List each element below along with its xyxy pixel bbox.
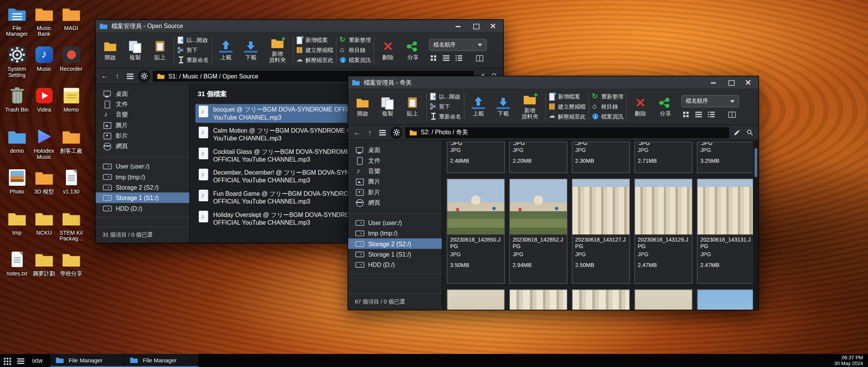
title-bar[interactable]: 檔案管理員 - 奇美 (348, 76, 758, 88)
file-card[interactable]: 20230618_142850.JPG JPG 3.50MB (447, 178, 505, 284)
desktop-icon[interactable]: STEM Kit Packag... (58, 209, 85, 250)
detail-view-icon[interactable] (708, 111, 716, 118)
file-card[interactable]: 20230618_143131.JPG JPG 2.47MB (697, 178, 753, 284)
clock[interactable]: 06:37 PM 30 May 2024 (834, 355, 868, 366)
path-field[interactable]: S2: / Photo / 奇美 (405, 127, 729, 138)
sidebar-place-item[interactable]: 音樂 (348, 166, 442, 176)
share-button[interactable]: 分享 (402, 40, 424, 60)
open-with-button[interactable]: 以...開啟 (177, 36, 209, 44)
sidebar-drive-item[interactable]: HDD (D:/) (96, 203, 189, 214)
cut-button[interactable]: 剪下 (177, 46, 209, 54)
minimize-button[interactable] (707, 78, 721, 87)
list-view-icon[interactable] (443, 55, 450, 61)
file-card[interactable]: 20230618_142852.JPG JPG 2.94MB (509, 178, 568, 284)
open-button[interactable]: 開啟 (352, 97, 374, 117)
list-view-icon[interactable] (695, 111, 703, 118)
desktop-icon[interactable]: Photo (3, 168, 30, 209)
sidebar-place-item[interactable]: 圖片 (348, 177, 442, 187)
sort-order-dropdown[interactable]: 檔名順序 (682, 95, 739, 107)
back-button[interactable] (100, 71, 110, 81)
sidebar-drive-item[interactable]: HDD (D:/) (348, 259, 442, 270)
new-folder-button[interactable]: 新增 資料夾 (265, 37, 290, 63)
root-directory-button[interactable]: 根目錄 (592, 103, 623, 110)
settings-gear-button[interactable] (390, 126, 402, 138)
upload-button[interactable]: 上載 (215, 40, 237, 60)
desktop-icon[interactable]: 3D 模型 (30, 168, 57, 209)
desktop-icon[interactable]: Videa (30, 86, 57, 127)
file-card[interactable]: 20230618_143127.JPG JPG 2.50MB (572, 178, 630, 284)
file-card-partial[interactable] (572, 289, 630, 310)
desktop-icon[interactable]: demo (3, 127, 30, 168)
column-view-icon[interactable] (476, 55, 483, 61)
sidebar-drive-item[interactable]: Storage 2 (S2:/) (348, 239, 442, 249)
desktop-icon[interactable]: NCKU (30, 209, 57, 250)
sidebar-drive-item[interactable]: User (user:/) (96, 161, 189, 171)
delete-button[interactable]: 刪除 (377, 40, 399, 60)
desktop-icon[interactable]: Holodex Music (30, 127, 57, 168)
desktop-icon[interactable]: v1.130 (58, 168, 85, 209)
cut-button[interactable]: 剪下 (430, 103, 461, 110)
sidebar-place-item[interactable]: 桌面 (96, 88, 189, 99)
taskbar-app-button[interactable]: File Manager (124, 354, 199, 367)
file-card[interactable]: 20230618_143129.JPG JPG 2.47MB (634, 178, 692, 284)
paste-button[interactable]: 貼上 (401, 97, 424, 117)
desktop-icon[interactable]: 圓夢計劃 (30, 250, 57, 291)
file-card-partial[interactable]: .JPG JPG 2.30MB (572, 142, 630, 173)
sidebar-place-item[interactable]: 影片 (96, 130, 189, 141)
desktop-icon[interactable]: System Setting (3, 45, 30, 86)
extract-here-button[interactable]: 解壓縮至此 (549, 113, 586, 120)
settings-gear-button[interactable] (138, 70, 150, 82)
file-card-partial[interactable]: .JPG JPG 3.25MB (697, 142, 753, 173)
open-button[interactable]: 開啟 (99, 40, 121, 60)
sidebar-drive-item[interactable]: User (user:/) (348, 217, 442, 228)
desktop-icon[interactable]: Music (30, 45, 57, 86)
grid-view-icon[interactable] (682, 111, 690, 118)
refresh-button[interactable]: 重新整理 (339, 36, 371, 44)
desktop-icon[interactable]: 學校分享 (58, 250, 85, 291)
copy-button[interactable]: 複製 (377, 97, 399, 117)
app-launcher-icon[interactable] (0, 354, 14, 367)
file-card-partial[interactable]: .JPG JPG 2.20MB (509, 142, 568, 173)
sort-order-dropdown[interactable]: 檔名順序 (429, 39, 487, 51)
upload-button[interactable]: 上載 (467, 97, 489, 117)
task-view-icon[interactable] (14, 354, 28, 367)
file-card-partial[interactable]: .JPG JPG 2.48MB (447, 142, 505, 173)
sidebar-drive-item[interactable]: Storage 2 (S2:/) (96, 182, 189, 192)
grid-view-icon[interactable] (430, 55, 437, 61)
extract-here-button[interactable]: 解壓縮至此 (296, 56, 333, 64)
file-card-partial[interactable] (509, 289, 568, 310)
menu-icon[interactable] (377, 127, 387, 137)
new-file-button[interactable]: 新增檔案 (296, 36, 333, 44)
file-info-button[interactable]: 檔案資訊 (592, 113, 623, 120)
close-button[interactable] (486, 22, 499, 30)
new-file-button[interactable]: 新增檔案 (549, 93, 586, 100)
sidebar-place-item[interactable]: 影片 (348, 187, 442, 197)
detail-view-icon[interactable] (456, 55, 463, 61)
sidebar-place-item[interactable]: 音樂 (96, 110, 189, 120)
create-archive-button[interactable]: 建立壓縮檔 (549, 103, 586, 110)
rename-button[interactable]: 重新命名 (177, 56, 209, 64)
desktop-icon[interactable]: File Manager (3, 5, 30, 45)
taskbar-app-button[interactable]: File Manager (50, 354, 125, 367)
rename-button[interactable]: 重新命名 (430, 113, 461, 120)
sidebar-place-item[interactable]: 文件 (348, 155, 442, 166)
vertical-scrollbar[interactable] (754, 140, 758, 309)
paste-button[interactable]: 貼上 (149, 40, 171, 60)
sidebar-place-item[interactable]: 網頁 (96, 141, 189, 152)
maximize-button[interactable] (724, 78, 737, 87)
download-button[interactable]: 下載 (492, 97, 514, 117)
minimize-button[interactable] (452, 22, 465, 30)
sidebar-place-item[interactable]: 圖片 (96, 120, 189, 130)
root-directory-button[interactable]: 根目錄 (339, 46, 371, 54)
desktop-icon[interactable]: notes.txt (3, 250, 30, 291)
maximize-button[interactable] (469, 22, 483, 30)
desktop-icon[interactable]: Trash Bin (3, 86, 30, 127)
file-card-partial[interactable]: .JPG JPG 2.71MB (634, 142, 692, 173)
desktop-icon[interactable]: Recorder (58, 45, 85, 86)
file-card-partial[interactable] (447, 289, 505, 310)
open-with-button[interactable]: 以...開啟 (430, 93, 461, 100)
share-button[interactable]: 分享 (654, 97, 677, 117)
desktop-icon[interactable]: Memo (58, 86, 85, 127)
title-bar[interactable]: 檔案管理員 - Open Source (96, 20, 503, 32)
download-button[interactable]: 下載 (240, 40, 262, 60)
